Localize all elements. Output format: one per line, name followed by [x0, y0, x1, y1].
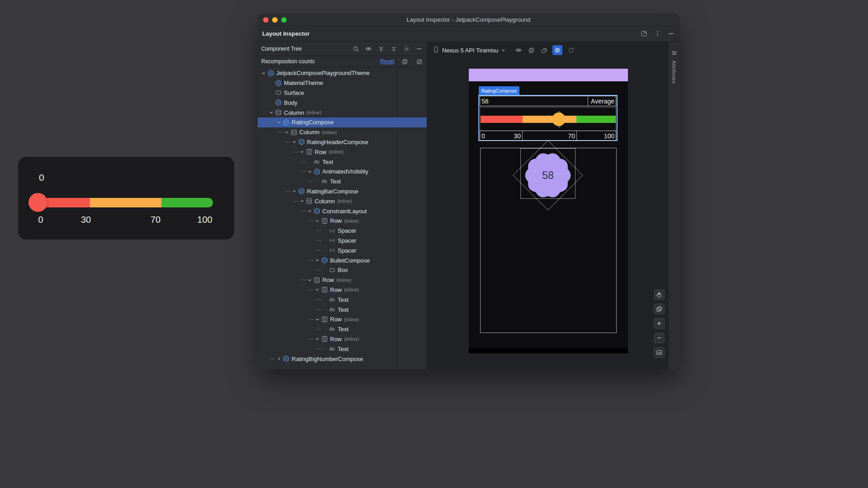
tree-node-row[interactable]: Row(inline): [258, 334, 427, 344]
tree-node-label: Column: [284, 109, 304, 116]
hide-panel-icon[interactable]: [667, 30, 675, 38]
chevron-down-icon[interactable]: [314, 218, 321, 224]
component-tree-list: JetpackComposePlaygroundThemeMaterialThe…: [258, 67, 427, 370]
tree-node-label: Spacer: [338, 237, 356, 244]
tree-node-bulletcompose[interactable]: BulletCompose: [258, 255, 427, 265]
tree-node-row[interactable]: Row(inline): [258, 314, 427, 324]
chevron-down-icon[interactable]: [276, 120, 282, 125]
tree-node-text[interactable]: AbText: [258, 324, 427, 334]
tree-node-ratingheadercompose[interactable]: RatingHeaderCompose: [258, 137, 427, 147]
tree-node-ratingbarcompose[interactable]: RatingBarCompose: [258, 187, 427, 197]
chevron-down-icon[interactable]: [307, 277, 313, 283]
minimize-window-button[interactable]: [272, 17, 278, 23]
device-selector[interactable]: Nexus 5 API Tiramisu: [433, 46, 505, 54]
snapshot-layers-icon[interactable]: [527, 46, 535, 54]
expand-all-icon[interactable]: [377, 45, 385, 53]
chevron-down-icon[interactable]: [291, 139, 297, 145]
tree-node-label: MaterialTheme: [284, 80, 323, 86]
chevron-down-icon[interactable]: [283, 130, 290, 135]
chevron-down-icon[interactable]: [307, 169, 313, 174]
reset-counts-link[interactable]: Reset: [380, 58, 394, 65]
fit-to-screen-button[interactable]: [654, 347, 665, 358]
zoom-out-button[interactable]: −: [654, 333, 665, 343]
component-tree-panel: Component Tree: [258, 42, 427, 370]
compose-icon: [267, 70, 274, 77]
close-window-button[interactable]: [263, 17, 269, 23]
refresh-icon[interactable]: [567, 46, 575, 54]
attributes-panel-tab[interactable]: Attributes: [668, 42, 679, 370]
layer-spacing-icon[interactable]: [540, 46, 548, 54]
text-icon: Ab: [313, 158, 321, 165]
tree-node-column[interactable]: Column(inline): [258, 108, 427, 117]
tree-node-label: Row: [330, 316, 342, 323]
tree-node-spacer[interactable]: Spacer: [258, 236, 427, 246]
tree-node-surface[interactable]: Surface: [258, 88, 427, 98]
chevron-down-icon[interactable]: [307, 208, 313, 214]
device-screen[interactable]: RatingCompose 58 Average 03070100: [469, 69, 628, 353]
preview-rating-bullet: [28, 193, 47, 212]
device-scale-row: 03070100: [480, 131, 616, 141]
chevron-down-icon[interactable]: [260, 70, 267, 76]
tree-node-row[interactable]: Row(inline): [258, 275, 427, 285]
tree-node-text[interactable]: AbText: [258, 157, 427, 167]
chevron-down-icon[interactable]: [299, 198, 305, 204]
rating-header-bounds: 58 Average: [480, 96, 616, 106]
layers-icon[interactable]: [654, 304, 665, 314]
tree-node-spacer[interactable]: Spacer: [258, 245, 427, 255]
tree-node-row[interactable]: Row(inline): [258, 147, 427, 157]
tree-node-label: Row: [322, 277, 334, 283]
collapse-all-icon[interactable]: [390, 45, 398, 53]
chevron-down-icon[interactable]: [268, 110, 274, 115]
copy-icon[interactable]: [401, 57, 409, 66]
inline-tag: (inline): [337, 198, 352, 204]
hide-tree-icon[interactable]: [415, 45, 423, 53]
visibility-eye-icon[interactable]: [364, 45, 373, 53]
inline-tag: (inline): [336, 277, 351, 283]
tree-node-body[interactable]: Body: [258, 98, 427, 108]
settings-gear-icon[interactable]: [402, 45, 410, 53]
tree-node-ratingbignumbercompose[interactable]: RatingBigNumberCompose: [258, 354, 427, 364]
chevron-right-icon[interactable]: [276, 356, 282, 361]
pan-hand-icon[interactable]: [654, 289, 665, 300]
screen-rating-value: 58: [481, 98, 489, 105]
tree-node-text[interactable]: AbText: [258, 305, 427, 314]
inline-tag: (inline): [322, 130, 337, 135]
open-in-new-window-icon[interactable]: [640, 30, 648, 38]
tree-node-row[interactable]: Row(inline): [258, 216, 427, 226]
chevron-down-icon[interactable]: [314, 336, 321, 342]
tree-node-jetpackcomposeplaygroundtheme[interactable]: JetpackComposePlaygroundTheme: [258, 68, 427, 78]
chevron-down-icon[interactable]: [291, 188, 297, 194]
preview-scale: 03070100: [18, 215, 234, 227]
preview-scale-label: 100: [197, 215, 212, 225]
tree-node-row[interactable]: Row(inline): [258, 285, 427, 295]
tree-node-materialtheme[interactable]: MaterialTheme: [258, 78, 427, 88]
tree-node-column[interactable]: Column(inline): [258, 127, 427, 137]
toggle-overlay-button[interactable]: [552, 45, 562, 55]
tree-node-constraintlayout[interactable]: ConstraintLayout: [258, 206, 427, 216]
tree-node-text[interactable]: AbText: [258, 295, 427, 305]
tree-node-box[interactable]: Box: [258, 265, 427, 275]
disable-counts-icon[interactable]: [415, 57, 423, 66]
tree-node-text[interactable]: AbText: [258, 177, 427, 187]
recomposition-counts-row: Recomposition counts Reset: [258, 56, 427, 67]
chevron-down-icon[interactable]: [314, 317, 321, 322]
text-icon: Ab: [328, 296, 336, 303]
chevron-down-icon[interactable]: [299, 149, 305, 155]
search-icon[interactable]: [352, 45, 360, 53]
zoom-window-button[interactable]: [281, 17, 287, 23]
zoom-in-button[interactable]: +: [654, 318, 665, 329]
compose-icon: [274, 99, 282, 106]
tree-node-text[interactable]: AbText: [258, 344, 427, 354]
row-icon: [313, 277, 321, 284]
chevron-down-icon[interactable]: [314, 287, 321, 292]
component-tree-toolbar: Component Tree: [258, 42, 427, 56]
tree-node-label: Text: [338, 306, 349, 313]
tree-node-ratingcompose[interactable]: RatingCompose: [258, 117, 427, 127]
tree-node-spacer[interactable]: Spacer: [258, 226, 427, 236]
tree-node-column[interactable]: Column(inline): [258, 196, 427, 206]
more-options-kebab-icon[interactable]: [653, 30, 661, 38]
tree-node-animatedvisibility[interactable]: AnimatedVisibility: [258, 167, 427, 177]
chevron-down-icon[interactable]: [314, 258, 321, 263]
view-options-eye-icon[interactable]: [514, 46, 523, 54]
window-titlebar[interactable]: Layout Inspector - JetpackComposePlaygro…: [258, 14, 679, 26]
